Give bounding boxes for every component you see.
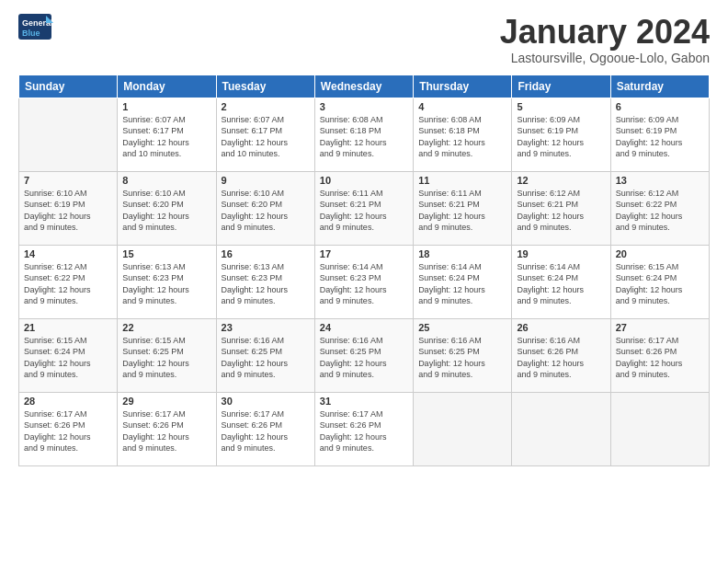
- table-row: 12Sunrise: 6:12 AMSunset: 6:21 PMDayligh…: [512, 171, 610, 245]
- day-info: Sunrise: 6:12 AMSunset: 6:22 PMDaylight:…: [616, 188, 704, 234]
- day-number: 25: [418, 322, 506, 333]
- day-info: Sunrise: 6:08 AMSunset: 6:18 PMDaylight:…: [320, 114, 408, 160]
- table-row: [19, 98, 118, 171]
- day-number: 19: [517, 248, 605, 259]
- table-row: 24Sunrise: 6:16 AMSunset: 6:25 PMDayligh…: [314, 318, 413, 392]
- day-info: Sunrise: 6:14 AMSunset: 6:23 PMDaylight:…: [320, 261, 408, 307]
- page: General Blue January 2024 Lastoursville,…: [0, 0, 728, 563]
- day-info: Sunrise: 6:17 AMSunset: 6:26 PMDaylight:…: [320, 408, 408, 454]
- day-info: Sunrise: 6:11 AMSunset: 6:21 PMDaylight:…: [320, 188, 408, 234]
- table-row: 30Sunrise: 6:17 AMSunset: 6:26 PMDayligh…: [216, 392, 314, 465]
- table-row: 3Sunrise: 6:08 AMSunset: 6:18 PMDaylight…: [314, 98, 413, 171]
- day-info: Sunrise: 6:14 AMSunset: 6:24 PMDaylight:…: [418, 261, 506, 307]
- table-row: 28Sunrise: 6:17 AMSunset: 6:26 PMDayligh…: [19, 392, 118, 465]
- svg-text:Blue: Blue: [22, 29, 40, 38]
- table-row: 29Sunrise: 6:17 AMSunset: 6:26 PMDayligh…: [118, 392, 216, 465]
- day-info: Sunrise: 6:16 AMSunset: 6:25 PMDaylight:…: [320, 335, 408, 381]
- col-wednesday: Wednesday: [314, 75, 413, 98]
- day-info: Sunrise: 6:16 AMSunset: 6:25 PMDaylight:…: [418, 335, 506, 381]
- table-row: 23Sunrise: 6:16 AMSunset: 6:25 PMDayligh…: [216, 318, 314, 392]
- day-number: 15: [122, 248, 210, 259]
- day-number: 10: [320, 175, 408, 186]
- day-number: 5: [517, 101, 605, 112]
- day-info: Sunrise: 6:16 AMSunset: 6:26 PMDaylight:…: [517, 335, 605, 381]
- calendar-week-1: 1Sunrise: 6:07 AMSunset: 6:17 PMDaylight…: [19, 98, 710, 171]
- day-number: 24: [320, 322, 408, 333]
- col-monday: Monday: [118, 75, 216, 98]
- table-row: 8Sunrise: 6:10 AMSunset: 6:20 PMDaylight…: [118, 171, 216, 245]
- table-row: 2Sunrise: 6:07 AMSunset: 6:17 PMDaylight…: [216, 98, 314, 171]
- header: General Blue January 2024 Lastoursville,…: [18, 14, 710, 65]
- table-row: 15Sunrise: 6:13 AMSunset: 6:23 PMDayligh…: [118, 245, 216, 318]
- table-row: 25Sunrise: 6:16 AMSunset: 6:25 PMDayligh…: [414, 318, 512, 392]
- col-sunday: Sunday: [19, 75, 118, 98]
- day-info: Sunrise: 6:15 AMSunset: 6:24 PMDaylight:…: [616, 261, 704, 307]
- table-row: 19Sunrise: 6:14 AMSunset: 6:24 PMDayligh…: [512, 245, 610, 318]
- day-number: 18: [418, 248, 506, 259]
- day-info: Sunrise: 6:10 AMSunset: 6:19 PMDaylight:…: [24, 188, 112, 234]
- logo: General Blue: [18, 14, 53, 41]
- table-row: 11Sunrise: 6:11 AMSunset: 6:21 PMDayligh…: [414, 171, 512, 245]
- day-number: 3: [320, 101, 408, 112]
- day-info: Sunrise: 6:10 AMSunset: 6:20 PMDaylight:…: [122, 188, 210, 234]
- day-number: 2: [222, 101, 310, 112]
- table-row: 17Sunrise: 6:14 AMSunset: 6:23 PMDayligh…: [314, 245, 413, 318]
- day-number: 13: [616, 175, 704, 186]
- calendar-table: Sunday Monday Tuesday Wednesday Thursday…: [18, 75, 710, 466]
- day-info: Sunrise: 6:12 AMSunset: 6:22 PMDaylight:…: [24, 261, 112, 307]
- title-section: January 2024 Lastoursville, Ogooue-Lolo,…: [500, 14, 710, 65]
- day-number: 17: [320, 248, 408, 259]
- table-row: 31Sunrise: 6:17 AMSunset: 6:26 PMDayligh…: [314, 392, 413, 465]
- day-info: Sunrise: 6:09 AMSunset: 6:19 PMDaylight:…: [517, 114, 605, 160]
- table-row: 1Sunrise: 6:07 AMSunset: 6:17 PMDaylight…: [118, 98, 216, 171]
- table-row: 27Sunrise: 6:17 AMSunset: 6:26 PMDayligh…: [610, 318, 709, 392]
- table-row: 10Sunrise: 6:11 AMSunset: 6:21 PMDayligh…: [314, 171, 413, 245]
- subtitle: Lastoursville, Ogooue-Lolo, Gabon: [500, 51, 710, 65]
- day-number: 11: [418, 175, 506, 186]
- day-info: Sunrise: 6:17 AMSunset: 6:26 PMDaylight:…: [122, 408, 210, 454]
- day-number: 20: [616, 248, 704, 259]
- table-row: 18Sunrise: 6:14 AMSunset: 6:24 PMDayligh…: [414, 245, 512, 318]
- table-row: 6Sunrise: 6:09 AMSunset: 6:19 PMDaylight…: [610, 98, 709, 171]
- day-number: 9: [222, 175, 310, 186]
- day-number: 7: [24, 175, 112, 186]
- day-number: 27: [616, 322, 704, 333]
- day-info: Sunrise: 6:07 AMSunset: 6:17 PMDaylight:…: [122, 114, 210, 160]
- table-row: 5Sunrise: 6:09 AMSunset: 6:19 PMDaylight…: [512, 98, 610, 171]
- table-row: 16Sunrise: 6:13 AMSunset: 6:23 PMDayligh…: [216, 245, 314, 318]
- table-row: 13Sunrise: 6:12 AMSunset: 6:22 PMDayligh…: [610, 171, 709, 245]
- col-friday: Friday: [512, 75, 610, 98]
- table-row: 20Sunrise: 6:15 AMSunset: 6:24 PMDayligh…: [610, 245, 709, 318]
- day-number: 26: [517, 322, 605, 333]
- day-number: 31: [320, 396, 408, 407]
- day-number: 12: [517, 175, 605, 186]
- table-row: 9Sunrise: 6:10 AMSunset: 6:20 PMDaylight…: [216, 171, 314, 245]
- header-row: Sunday Monday Tuesday Wednesday Thursday…: [19, 75, 710, 98]
- col-saturday: Saturday: [610, 75, 709, 98]
- table-row: 21Sunrise: 6:15 AMSunset: 6:24 PMDayligh…: [19, 318, 118, 392]
- table-row: 4Sunrise: 6:08 AMSunset: 6:18 PMDaylight…: [414, 98, 512, 171]
- day-number: 4: [418, 101, 506, 112]
- day-info: Sunrise: 6:10 AMSunset: 6:20 PMDaylight:…: [222, 188, 310, 234]
- calendar-week-2: 7Sunrise: 6:10 AMSunset: 6:19 PMDaylight…: [19, 171, 710, 245]
- month-title: January 2024: [500, 14, 710, 51]
- day-number: 1: [122, 101, 210, 112]
- day-info: Sunrise: 6:11 AMSunset: 6:21 PMDaylight:…: [418, 188, 506, 234]
- day-number: 16: [222, 248, 310, 259]
- day-info: Sunrise: 6:15 AMSunset: 6:24 PMDaylight:…: [24, 335, 112, 381]
- table-row: [512, 392, 610, 465]
- calendar-week-5: 28Sunrise: 6:17 AMSunset: 6:26 PMDayligh…: [19, 392, 710, 465]
- day-info: Sunrise: 6:17 AMSunset: 6:26 PMDaylight:…: [616, 335, 704, 381]
- day-number: 21: [24, 322, 112, 333]
- day-info: Sunrise: 6:17 AMSunset: 6:26 PMDaylight:…: [222, 408, 310, 454]
- day-number: 23: [222, 322, 310, 333]
- logo-icon: General Blue: [18, 14, 53, 41]
- day-number: 14: [24, 248, 112, 259]
- day-info: Sunrise: 6:13 AMSunset: 6:23 PMDaylight:…: [122, 261, 210, 307]
- col-tuesday: Tuesday: [216, 75, 314, 98]
- table-row: 7Sunrise: 6:10 AMSunset: 6:19 PMDaylight…: [19, 171, 118, 245]
- day-number: 29: [122, 396, 210, 407]
- calendar-week-3: 14Sunrise: 6:12 AMSunset: 6:22 PMDayligh…: [19, 245, 710, 318]
- day-number: 6: [616, 101, 704, 112]
- day-info: Sunrise: 6:14 AMSunset: 6:24 PMDaylight:…: [517, 261, 605, 307]
